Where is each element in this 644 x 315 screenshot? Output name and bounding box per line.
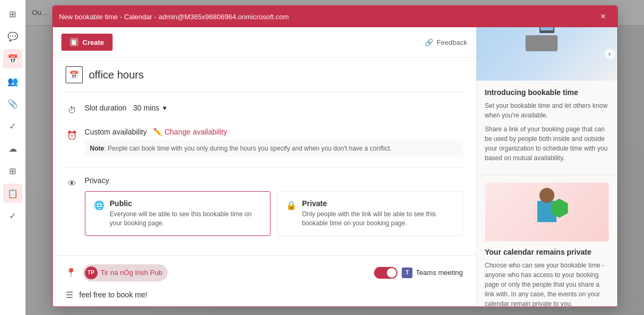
person-head [539, 188, 554, 203]
slot-duration-row: ⏱ Slot duration 30 mins ▾ [66, 103, 463, 117]
sidebar-check-icon[interactable]: ✓ [3, 116, 22, 136]
sidebar-people-icon[interactable]: 👥 [3, 72, 22, 91]
modal-left-panel: 📋 Create 🔗 Feedback [53, 27, 476, 306]
info-title-2: Your calendar remains private [485, 248, 609, 256]
sidebar-forms-icon[interactable]: 📋 [3, 184, 22, 203]
desk-shape [526, 35, 558, 51]
person-illustration [531, 188, 563, 236]
public-option-desc: Everyone will be able to see this bookab… [110, 210, 262, 228]
teams-toggle[interactable] [374, 267, 397, 279]
privacy-option-public[interactable]: 🌐 Public Everyone will be able to see th… [85, 191, 271, 236]
event-title[interactable]: office hours [89, 69, 144, 81]
slot-duration-label: Slot duration [85, 104, 127, 112]
description-row: ☰ feel free to book me! [53, 290, 476, 306]
teams-meeting-label: Teams meeting [416, 269, 463, 277]
sidebar-check2-icon[interactable]: ✓ [3, 206, 22, 225]
info-panel: › Introducing bookable time Set your boo… [476, 27, 617, 306]
calendar-icon: 📅 [66, 66, 83, 83]
availability-content: Custom availability ✏️ Change availabili… [85, 128, 463, 156]
separator-1 [66, 167, 463, 168]
right-scroll-button[interactable]: › [605, 49, 615, 59]
sidebar-apps-icon[interactable]: ⊞ [3, 4, 22, 23]
modal-header: New bookable time - Calendar - admin@M36… [53, 6, 617, 27]
availability-label: Custom availability [85, 128, 147, 136]
custom-availability-row: ⏰ Custom availability ✏️ Change availabi… [66, 128, 463, 156]
create-button-icon: 📋 [70, 38, 78, 46]
sidebar-grid-icon[interactable]: ⊞ [3, 161, 22, 180]
sidebar: ⊞ 💬 📅 👥 📎 ✓ ☁ ⊞ 📋 ✓ [0, 0, 26, 315]
chevron-down-icon: ▾ [163, 104, 166, 112]
info-image-1: › [476, 27, 617, 81]
info-image-2 [485, 183, 609, 241]
modal-toolbar: 📋 Create 🔗 Feedback [53, 27, 476, 58]
private-option-title: Private [302, 199, 454, 208]
location-row: 📍 TP Tir na nÓg Irish Pub T [53, 255, 476, 290]
note-bold: Note [90, 145, 105, 152]
info-text-2: Choose who can see your bookable time - … [485, 261, 609, 306]
lock-icon: 🔒 [286, 200, 297, 210]
teams-toggle-area: T Teams meeting [374, 267, 463, 279]
slot-duration-dropdown[interactable]: 30 mins ▾ [133, 104, 166, 113]
public-option-title: Public [110, 199, 262, 208]
slot-duration-value: 30 mins [133, 104, 160, 112]
modal-right-panel: › Introducing bookable time Set your boo… [476, 27, 617, 306]
privacy-options: 🌐 Public Everyone will be able to see th… [85, 191, 463, 236]
modal-dialog: New bookable time - Calendar - admin@M36… [52, 5, 618, 307]
modal-form: 📅 office hours ⏱ Slot duration 30 mins [53, 58, 476, 255]
change-availability-label: Change availability [164, 128, 227, 136]
public-option-content: Public Everyone will be able to see this… [110, 199, 262, 228]
modal-title: New bookable time - Calendar - admin@M36… [59, 13, 289, 21]
teams-label: T Teams meeting [402, 267, 463, 278]
privacy-option-private[interactable]: 🔒 Private Only people with the link will… [277, 191, 463, 236]
location-badge-initials: TP [88, 270, 94, 275]
privacy-label: Privacy [85, 176, 463, 185]
description-icon: ☰ [66, 290, 73, 300]
change-availability-button[interactable]: ✏️ Change availability [153, 128, 227, 136]
sidebar-calendar-icon[interactable]: 📅 [3, 49, 22, 68]
sidebar-attach-icon[interactable]: 📎 [3, 94, 22, 113]
location-badge[interactable]: TP Tir na nÓg Irish Pub [83, 264, 168, 281]
info-text-1b: Share a link of your booking page that c… [485, 124, 609, 163]
modal-close-button[interactable]: × [596, 9, 611, 24]
info-title-1: Introducing bookable time [485, 88, 609, 97]
privacy-row: 👁 Privacy 🌐 Public [66, 176, 463, 236]
slot-duration-content: Slot duration 30 mins ▾ [85, 103, 463, 113]
availability-clock-icon: ⏰ [66, 129, 78, 141]
sidebar-cloud-icon[interactable]: ☁ [3, 139, 22, 158]
description-text[interactable]: feel free to book me! [79, 290, 148, 299]
create-button-label: Create [83, 38, 104, 46]
modal-body: 📋 Create 🔗 Feedback [53, 27, 617, 306]
privacy-icon: 👁 [66, 177, 78, 190]
globe-icon: 🌐 [94, 200, 105, 210]
private-option-content: Private Only people with the link will b… [302, 199, 454, 228]
feedback-icon: 🔗 [425, 38, 433, 46]
availability-row: Custom availability ✏️ Change availabili… [85, 128, 463, 136]
location-badge-avatar: TP [85, 266, 98, 279]
private-option-desc: Only people with the link will be able t… [302, 210, 454, 228]
clock-icon: ⏱ [66, 104, 78, 117]
info-text-1a: Set your bookable time and let others kn… [485, 101, 609, 120]
modal-overlay: New bookable time - Calendar - admin@M36… [26, 0, 644, 315]
teams-icon: T [402, 267, 412, 278]
feedback-link[interactable]: 🔗 Feedback [425, 38, 467, 46]
title-section: 📅 office hours [66, 66, 463, 92]
desk-illustration [526, 35, 568, 73]
monitor-shape [539, 27, 554, 33]
sidebar-chat-icon[interactable]: 💬 [3, 27, 22, 46]
availability-note: Note: People can book time with you only… [85, 140, 463, 156]
main-area: Ou... New bookable time - Calendar - adm… [26, 0, 644, 315]
create-button[interactable]: 📋 Create [61, 34, 113, 51]
edit-icon: ✏️ [153, 128, 162, 136]
location-badge-label: Tir na nÓg Irish Pub [101, 269, 163, 277]
privacy-content: Privacy 🌐 Public Everyone will be able t… [85, 176, 463, 236]
note-text: People can book time with you only durin… [108, 145, 392, 152]
location-icon: 📍 [66, 267, 76, 278]
info-card-1: Introducing bookable time Set your booka… [476, 81, 617, 175]
info-card-2: Your calendar remains private Choose who… [476, 175, 617, 306]
feedback-label: Feedback [436, 38, 467, 46]
